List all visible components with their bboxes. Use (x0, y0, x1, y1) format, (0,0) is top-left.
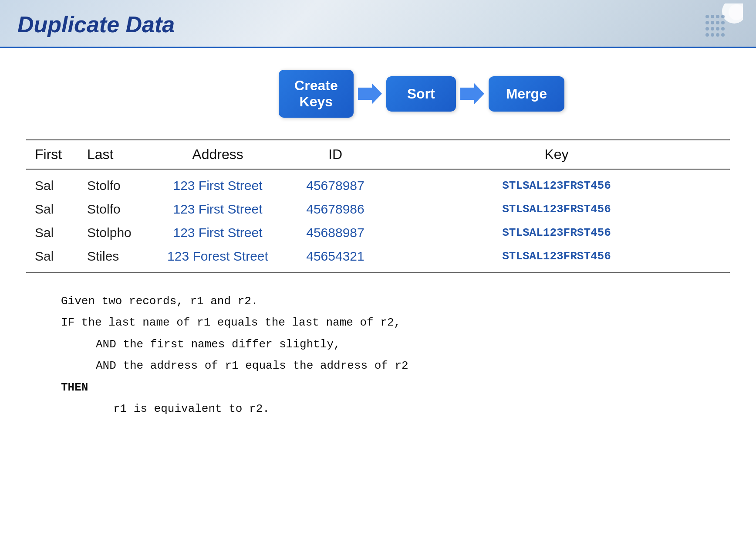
svg-point-6 (705, 21, 709, 24)
svg-point-7 (711, 21, 714, 24)
logic-line-4: AND the address of r1 equals the address… (61, 355, 730, 377)
table-cell: Sal (26, 169, 78, 197)
col-header-first: First (26, 140, 78, 169)
table-section: First Last Address ID Key SalStolfo123 F… (26, 139, 730, 273)
table-header-row: First Last Address ID Key (26, 140, 730, 169)
table-cell: Stolfo (78, 197, 148, 221)
svg-point-17 (721, 33, 725, 37)
logic-line-3: AND the first names differ slightly, (61, 334, 730, 355)
step-create-keys[interactable]: Create Keys (279, 70, 354, 118)
svg-point-9 (721, 21, 725, 24)
svg-point-16 (716, 33, 719, 37)
col-header-last: Last (78, 140, 148, 169)
logic-line-2: IF the last name of r1 equals the last n… (61, 312, 730, 333)
table-cell: STLSAL123FRST456 (383, 169, 730, 197)
svg-point-11 (711, 27, 714, 31)
table-cell: STLSAL123FRST456 (383, 221, 730, 245)
svg-point-2 (705, 15, 709, 18)
table-cell: 123 First Street (148, 169, 287, 197)
table-cell: 45678987 (287, 169, 383, 197)
table-bottom-divider (26, 272, 730, 273)
table-cell: 123 Forest Street (148, 245, 287, 272)
steps-flow: Create Keys Sort Merge (113, 70, 730, 118)
svg-point-5 (721, 15, 725, 18)
table-cell: Stiles (78, 245, 148, 272)
col-header-key: Key (383, 140, 730, 169)
table-cell: 45654321 (287, 245, 383, 272)
table-cell: STLSAL123FRST456 (383, 245, 730, 272)
logic-section: Given two records, r1 and r2. IF the las… (26, 291, 730, 420)
data-table: First Last Address ID Key SalStolfo123 F… (26, 139, 730, 272)
table-cell: Stolpho (78, 221, 148, 245)
logic-line-5: THEN (61, 377, 730, 398)
main-content: Create Keys Sort Merge First Last Addres… (0, 48, 756, 437)
table-cell: Sal (26, 245, 78, 272)
table-cell: 123 First Street (148, 221, 287, 245)
col-header-address: Address (148, 140, 287, 169)
svg-point-12 (716, 27, 719, 31)
svg-point-3 (711, 15, 714, 18)
page-title: Duplicate Data (17, 11, 175, 37)
table-cell: 123 First Street (148, 197, 287, 221)
arrow-1-icon (358, 83, 382, 104)
table-row: SalStiles123 Forest Street45654321STLSAL… (26, 245, 730, 272)
table-cell: 45678986 (287, 197, 383, 221)
svg-point-4 (716, 15, 719, 18)
col-header-id: ID (287, 140, 383, 169)
logic-line-6: r1 is equivalent to r2. (61, 398, 730, 420)
table-cell: 45688987 (287, 221, 383, 245)
step-merge[interactable]: Merge (489, 76, 564, 112)
header-decoration (686, 3, 743, 45)
table-row: SalStolfo123 First Street45678987STLSAL1… (26, 169, 730, 197)
svg-point-13 (721, 27, 725, 31)
header: Duplicate Data (0, 0, 756, 48)
table-cell: Stolfo (78, 169, 148, 197)
svg-point-8 (716, 21, 719, 24)
svg-point-10 (705, 27, 709, 31)
table-cell: STLSAL123FRST456 (383, 197, 730, 221)
svg-marker-18 (358, 83, 382, 104)
svg-point-14 (705, 33, 709, 37)
arrow-2-icon (460, 83, 484, 104)
table-row: SalStolfo123 First Street45678986STLSAL1… (26, 197, 730, 221)
logic-line-1: Given two records, r1 and r2. (61, 291, 730, 312)
svg-point-15 (711, 33, 714, 37)
table-cell: Sal (26, 221, 78, 245)
svg-marker-19 (460, 83, 484, 104)
step-sort[interactable]: Sort (386, 76, 456, 112)
table-row: SalStolpho123 First Street45688987STLSAL… (26, 221, 730, 245)
table-cell: Sal (26, 197, 78, 221)
